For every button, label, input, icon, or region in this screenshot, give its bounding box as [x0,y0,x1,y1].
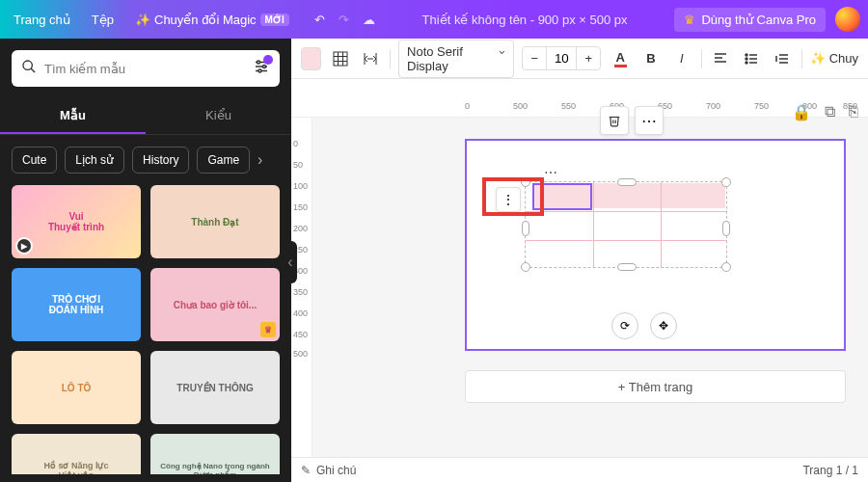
fill-color-swatch[interactable] [301,47,321,70]
svg-point-7 [258,69,261,72]
template-search[interactable] [12,50,280,87]
notes-button[interactable]: ✎ Ghi chú [301,464,356,477]
template-thumb[interactable]: Thành Đạt [150,185,280,258]
tab-styles[interactable]: Kiểu [146,98,291,134]
move-button[interactable]: ✥ [650,312,677,339]
svg-point-20 [746,62,747,64]
template-thumb[interactable]: Chưa bao giờ tôi...♛ [150,268,280,341]
redo-icon[interactable]: ↷ [339,13,349,27]
user-avatar[interactable] [835,7,860,32]
undo-icon[interactable]: ↶ [314,13,325,27]
try-pro-button[interactable]: ♛ Dùng thử Canva Pro [674,8,826,32]
enhance-label: Chuy [829,51,858,66]
main-area: Noto Serif Display − + A B I ✨ Chuy 0 50… [291,39,868,482]
sidebar-tabs: Mẫu Kiểu [0,98,291,135]
try-pro-label: Dùng thử Canva Pro [701,13,816,27]
context-toolbar: Noto Serif Display − + A B I ✨ Chuy [291,39,868,79]
filter-icon[interactable] [253,58,270,79]
template-thumb[interactable]: TRUYỀN THÔNG [150,351,280,424]
svg-point-6 [263,66,266,68]
add-page-button[interactable]: + Thêm trang [465,370,846,403]
line-spacing-icon[interactable] [771,45,794,72]
horizontal-ruler: 0 500 550 600 650 700 750 800 850 [291,98,868,118]
chip-game[interactable]: Game [197,147,250,174]
crown-icon: ♛ [260,322,276,337]
grid-icon[interactable] [329,45,352,72]
new-badge: MỚI [260,13,289,26]
chip-history-vi[interactable]: Lịch sử [65,147,124,174]
italic-button[interactable]: I [670,45,693,72]
left-sidebar: Mẫu Kiểu Cute Lịch sử History Game › Vui… [0,39,291,482]
bottom-bar: ✎ Ghi chú Trang 1 / 1 [291,457,868,482]
magic-switch-menu[interactable]: ✨ Chuyển đổi Magic MỚI [129,9,295,31]
search-icon [21,59,37,78]
text-color-icon[interactable]: A [609,45,632,72]
lock-icon[interactable]: 🔒 [792,103,811,121]
svg-point-18 [746,54,747,56]
table-more-icon[interactable]: ⋯ [544,165,849,180]
chip-cute[interactable]: Cute [12,147,57,174]
top-menubar: Trang chủ Tệp ✨ Chuyển đổi Magic MỚI ↶ ↷… [0,0,868,39]
font-size-input[interactable] [546,47,577,69]
delete-button[interactable] [600,106,629,135]
element-controls: ⟳ ✥ [611,312,677,339]
font-family-select[interactable]: Noto Serif Display [398,40,514,78]
highlighted-cell-marker [482,177,544,216]
template-thumb[interactable]: Công nghệ Nano trong ngành Dược phẩm♛ [150,434,280,474]
page-action-icons: 🔒 ⧉ ⎘ [792,103,858,121]
chevron-right-icon[interactable]: › [258,151,262,169]
svg-point-5 [258,61,260,64]
more-options-button[interactable]: ⋯ [635,106,664,135]
tab-templates[interactable]: Mẫu [0,98,146,134]
align-icon[interactable] [710,45,733,72]
increase-size[interactable]: + [577,51,600,66]
search-input[interactable] [44,62,253,76]
sparkle-icon: ✨ [135,13,150,27]
magic-label: Chuyển đổi Magic [154,13,257,27]
canvas-page[interactable]: ⋯ ⋮ ⟳ ✥ [465,139,846,351]
notes-icon: ✎ [301,464,311,477]
duplicate-page-icon[interactable]: ⧉ [825,103,835,121]
notes-label: Ghi chú [316,464,356,477]
template-grid: Vui Thuyết trình▶ Thành Đạt TRÒ CHƠI ĐOÁ… [0,185,291,474]
chip-history-en[interactable]: History [132,147,189,174]
top-action-icons: ↶ ↷ ☁ [314,13,375,27]
add-page-icon[interactable]: ⎘ [849,103,858,121]
element-toolbar: ⋯ [600,106,664,135]
svg-rect-8 [334,52,347,66]
template-thumb[interactable]: LÔ TÔ [12,351,141,424]
template-thumb[interactable]: Hồ sơ Năng lực Việt vận▶♛ [12,434,141,474]
canvas-area: 0 500 550 600 650 700 750 800 850 0 50 1… [291,98,868,457]
spacing-icon[interactable] [359,45,382,72]
home-link[interactable]: Trang chủ [8,9,76,31]
template-thumb[interactable]: TRÒ CHƠI ĐOÁN HÌNH [12,268,141,341]
svg-point-19 [746,58,747,60]
cloud-sync-icon[interactable]: ☁ [363,13,375,27]
rotate-button[interactable]: ⟳ [611,312,638,339]
svg-point-0 [23,61,32,69]
category-chips: Cute Lịch sử History Game › [0,135,291,185]
decrease-size[interactable]: − [523,51,546,66]
sparkle-icon: ✨ [810,51,826,66]
play-icon: ▶ [15,237,33,254]
sidebar-collapse-handle[interactable]: ‹ [284,241,297,283]
file-menu[interactable]: Tệp [86,9,120,31]
font-size-stepper[interactable]: − + [522,46,601,70]
document-title[interactable]: Thiết kế không tên - 900 px × 500 px [385,13,665,27]
enhance-button[interactable]: ✨ Chuy [810,51,858,66]
page-indicator[interactable]: Trang 1 / 1 [802,464,858,477]
vertical-ruler: 0 50 100 150 200 250 300 350 400 450 500 [291,118,312,457]
bold-button[interactable]: B [639,45,663,72]
crown-icon: ♛ [684,13,695,27]
list-icon[interactable] [740,45,763,72]
svg-line-1 [31,68,35,72]
template-thumb[interactable]: Vui Thuyết trình▶ [12,185,141,258]
